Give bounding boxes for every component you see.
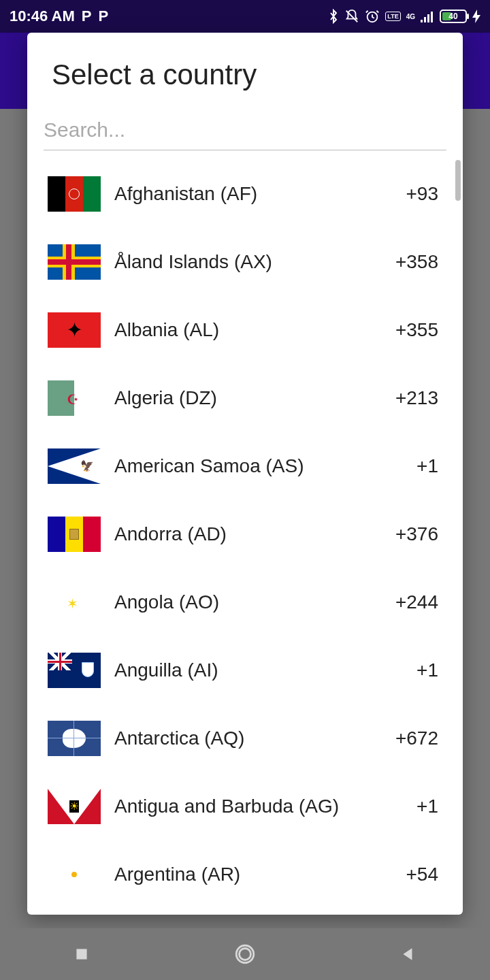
country-name: American Samoa (AS) — [114, 455, 403, 477]
flag-icon — [48, 857, 101, 892]
search-input[interactable] — [44, 114, 446, 150]
dial-code: +93 — [406, 183, 443, 205]
flag-icon — [48, 244, 101, 280]
country-row-ai[interactable]: Anguilla (AI) +1 — [41, 636, 442, 704]
signal-icon — [421, 10, 434, 22]
dnd-icon — [344, 9, 359, 24]
alarm-icon — [365, 9, 380, 24]
country-picker-modal: Select a country Afghanistan (AF) +93 Ål… — [27, 33, 463, 915]
dial-code: +672 — [395, 728, 442, 749]
dial-code: +54 — [406, 864, 443, 885]
volte-icon: LTE — [385, 12, 400, 21]
country-name: Andorra (AD) — [114, 523, 382, 545]
flag-icon: ✦ — [48, 312, 101, 348]
bluetooth-icon — [328, 9, 339, 24]
status-time: 10:46 AM — [10, 7, 75, 25]
battery-icon: 40 — [440, 10, 467, 23]
dial-code: +358 — [395, 251, 442, 273]
status-bar: 10:46 AM P P LTE 4G 40 — [0, 0, 490, 33]
country-name: Åland Islands (AX) — [114, 251, 382, 273]
country-row-dz[interactable]: ☪ Algeria (DZ) +213 — [41, 364, 442, 432]
charging-icon — [472, 10, 480, 23]
svg-rect-5 — [431, 12, 433, 22]
country-row-ar[interactable]: Argentina (AR) +54 — [41, 840, 442, 909]
network-type-icon: 4G — [406, 13, 415, 20]
country-row-ax[interactable]: Åland Islands (AX) +358 — [41, 228, 442, 296]
country-row-af[interactable]: Afghanistan (AF) +93 — [41, 160, 442, 228]
country-row-aq[interactable]: Antarctica (AQ) +672 — [41, 704, 442, 772]
dial-code: +1 — [416, 455, 442, 477]
svg-rect-2 — [421, 20, 423, 22]
back-button[interactable] — [395, 941, 422, 968]
battery-percent: 40 — [441, 12, 466, 21]
dial-code: +213 — [395, 387, 442, 409]
country-row-ao[interactable]: ✶ Angola (AO) +244 — [41, 568, 442, 636]
dial-code: +1 — [416, 659, 442, 681]
country-name: Algeria (DZ) — [114, 387, 382, 409]
flag-icon: ☪ — [48, 380, 101, 416]
country-name: Antigua and Barbuda (AG) — [114, 796, 403, 817]
country-name: Argentina (AR) — [114, 864, 393, 885]
country-name: Anguilla (AI) — [114, 659, 403, 681]
dial-code: +244 — [395, 591, 442, 613]
country-name: Afghanistan (AF) — [114, 183, 393, 205]
country-name: Albania (AL) — [114, 319, 382, 341]
country-row-ag[interactable]: ☀ Antigua and Barbuda (AG) +1 — [41, 772, 442, 840]
dial-code: +376 — [395, 523, 442, 545]
dial-code: +1 — [416, 796, 442, 817]
system-navbar — [0, 928, 490, 980]
country-name: Antarctica (AQ) — [114, 728, 382, 749]
svg-point-8 — [240, 949, 251, 960]
flag-icon: ☀ — [48, 789, 101, 824]
country-row-as[interactable]: 🦅 American Samoa (AS) +1 — [41, 432, 442, 500]
svg-rect-3 — [424, 17, 426, 22]
flag-icon: ✶ — [48, 585, 101, 620]
flag-icon — [48, 176, 101, 212]
svg-rect-4 — [427, 14, 429, 22]
flag-icon — [48, 517, 101, 552]
country-list[interactable]: Afghanistan (AF) +93 Åland Islands (AX) … — [27, 150, 463, 915]
flag-icon — [48, 653, 101, 688]
scrollbar-thumb[interactable] — [455, 160, 461, 201]
country-row-al[interactable]: ✦ Albania (AL) +355 — [41, 296, 442, 364]
country-row-ad[interactable]: Andorra (AD) +376 — [41, 500, 442, 568]
country-name: Angola (AO) — [114, 591, 382, 613]
modal-title: Select a country — [27, 49, 463, 114]
flag-icon: 🦅 — [48, 448, 101, 484]
home-button[interactable] — [231, 941, 259, 968]
dial-code: +355 — [395, 319, 442, 341]
app-p-icon: P — [98, 7, 108, 25]
svg-rect-6 — [76, 949, 86, 959]
recents-button[interactable] — [68, 941, 95, 968]
app-p-icon: P — [82, 7, 92, 25]
flag-icon — [48, 721, 101, 756]
